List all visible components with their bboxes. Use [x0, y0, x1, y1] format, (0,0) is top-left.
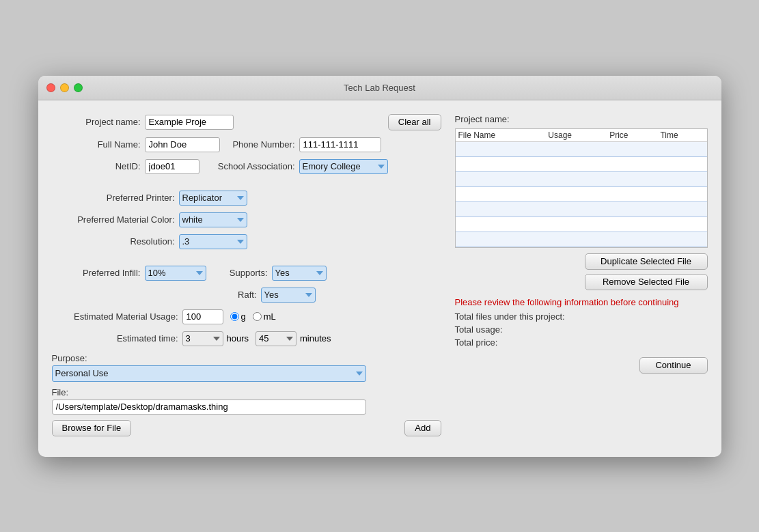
supports-label: Supports:	[213, 268, 268, 278]
netid-label: NetID:	[52, 161, 141, 171]
add-button[interactable]: Add	[404, 420, 441, 436]
col-price: Price	[607, 129, 657, 142]
unit-ml-radio[interactable]	[253, 312, 262, 321]
color-label: Preferred Material Color:	[52, 214, 175, 225]
full-name-input[interactable]	[145, 137, 220, 152]
color-row: Preferred Material Color: white black re…	[52, 212, 441, 227]
phone-input[interactable]	[299, 137, 381, 152]
unit-g-label[interactable]: g	[230, 311, 246, 322]
printer-select[interactable]: Replicator Ultimaker MakerBot	[179, 191, 247, 206]
purpose-section: Purpose: Personal Use Academic Research …	[52, 353, 441, 382]
est-material-input[interactable]	[182, 309, 223, 324]
netid-row: NetID: School Association: Emory College…	[52, 159, 441, 174]
file-table-container: File Name Usage Price Time	[455, 128, 708, 248]
raft-select[interactable]: Yes No	[261, 288, 316, 303]
total-usage-row: Total usage:	[455, 324, 708, 335]
resolution-select[interactable]: .1 .2 .3 .4	[179, 234, 247, 249]
file-table: File Name Usage Price Time	[456, 129, 707, 247]
infill-row: Preferred Infill: 10% 20% 30% 40% 50% Su…	[52, 266, 441, 281]
unit-g-radio[interactable]	[230, 312, 239, 321]
est-time-label: Estimated time:	[52, 333, 178, 344]
duplicate-button[interactable]: Duplicate Selected File	[585, 253, 708, 270]
file-section: File:	[52, 387, 441, 415]
unit-g-text: g	[241, 311, 246, 322]
table-action-buttons: Duplicate Selected File Remove Selected …	[455, 253, 708, 290]
table-row[interactable]	[456, 171, 707, 186]
file-path-input[interactable]	[52, 400, 366, 415]
unit-ml-text: mL	[264, 311, 276, 322]
right-panel: Project name: File Name Usage Price Time	[455, 114, 708, 443]
project-name-label: Project name:	[52, 117, 141, 127]
remove-button[interactable]: Remove Selected File	[585, 274, 708, 290]
clear-all-button[interactable]: Clear all	[388, 114, 441, 130]
continue-button[interactable]: Continue	[639, 357, 708, 374]
hours-select[interactable]: 1 2 3 4 5	[182, 331, 223, 346]
minimize-button[interactable]	[60, 83, 69, 92]
project-name-input[interactable]	[145, 115, 234, 130]
phone-label: Phone Number:	[220, 139, 295, 150]
total-price-row: Total price:	[455, 337, 708, 348]
continue-row: Continue	[455, 357, 708, 374]
table-row[interactable]	[456, 232, 707, 247]
close-button[interactable]	[46, 83, 55, 92]
col-usage: Usage	[545, 129, 607, 142]
full-name-label: Full Name:	[52, 139, 141, 150]
table-row[interactable]	[456, 141, 707, 156]
table-row[interactable]	[456, 216, 707, 232]
warning-text: Please review the following information …	[455, 297, 708, 307]
infill-select[interactable]: 10% 20% 30% 40% 50%	[145, 266, 206, 281]
main-window: Tech Lab Request Project name: Clear all…	[38, 76, 721, 457]
table-row[interactable]	[456, 201, 707, 216]
file-label: File:	[52, 387, 441, 397]
file-actions-row: Browse for File Add	[52, 420, 441, 436]
supports-select[interactable]: Yes No	[272, 266, 327, 281]
window-title: Tech Lab Request	[344, 83, 415, 93]
table-row[interactable]	[456, 186, 707, 201]
titlebar: Tech Lab Request	[38, 76, 721, 100]
total-usage-label: Total usage:	[455, 324, 503, 335]
main-content: Project name: Clear all Full Name: Phone…	[38, 100, 721, 457]
total-files-label: Total files under this project:	[455, 311, 565, 322]
browse-button[interactable]: Browse for File	[52, 420, 132, 436]
table-header-row: File Name Usage Price Time	[456, 129, 707, 142]
right-project-name-label: Project name:	[455, 114, 708, 124]
infill-label: Preferred Infill:	[52, 268, 141, 278]
color-select[interactable]: white black red blue green	[179, 212, 247, 227]
total-files-row: Total files under this project:	[455, 311, 708, 322]
material-usage-row: Estimated Material Usage: g mL	[52, 309, 441, 324]
table-row[interactable]	[456, 156, 707, 171]
minutes-select[interactable]: 0 15 30 45	[256, 331, 296, 346]
resolution-row: Resolution: .1 .2 .3 .4	[52, 234, 441, 249]
maximize-button[interactable]	[74, 83, 83, 92]
printer-row: Preferred Printer: Replicator Ultimaker …	[52, 191, 441, 206]
col-time: Time	[657, 129, 706, 142]
col-filename: File Name	[456, 129, 546, 142]
resolution-label: Resolution:	[52, 236, 175, 247]
netid-input[interactable]	[145, 159, 199, 174]
raft-row: Raft: Yes No	[202, 288, 441, 303]
raft-label: Raft:	[202, 290, 257, 300]
purpose-select[interactable]: Personal Use Academic Research Commercia…	[52, 365, 366, 382]
minutes-label: minutes	[300, 333, 331, 344]
full-name-row: Full Name: Phone Number:	[52, 137, 441, 152]
left-panel: Project name: Clear all Full Name: Phone…	[52, 114, 441, 443]
purpose-label: Purpose:	[52, 353, 441, 363]
unit-ml-label[interactable]: mL	[253, 311, 276, 322]
window-controls	[46, 83, 83, 92]
hours-label: hours	[227, 333, 249, 344]
school-label: School Association:	[199, 161, 295, 171]
printer-label: Preferred Printer:	[52, 193, 175, 203]
school-select[interactable]: Emory College Oxford College School of M…	[299, 159, 388, 174]
project-name-row: Project name: Clear all	[52, 114, 441, 130]
est-time-row: Estimated time: 1 2 3 4 5 hours 0 15 30 …	[52, 331, 441, 346]
total-price-label: Total price:	[455, 337, 498, 348]
est-material-label: Estimated Material Usage:	[52, 311, 178, 322]
